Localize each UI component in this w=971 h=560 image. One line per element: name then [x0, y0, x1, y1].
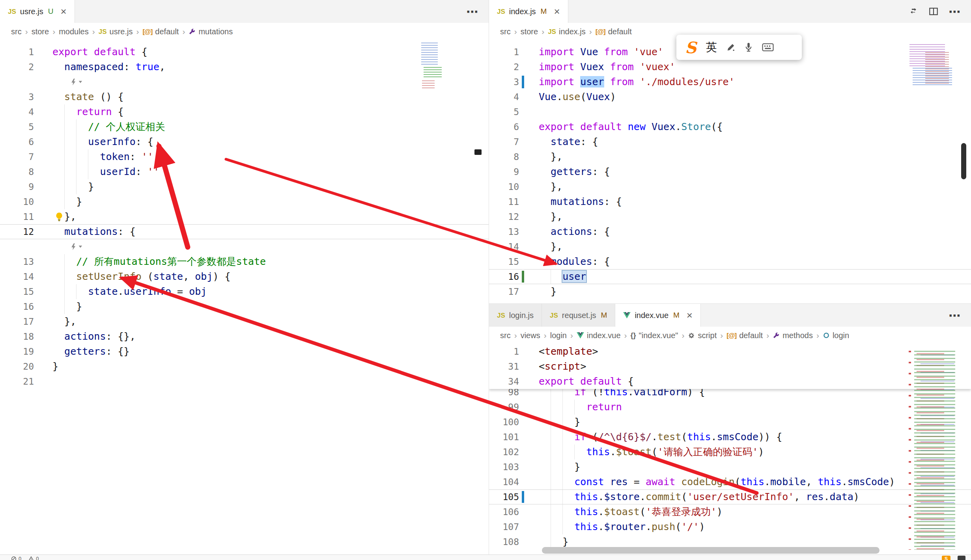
code-line[interactable]: 102 this.$toast('请输入正确的验证码')	[489, 445, 971, 460]
pen-icon[interactable]	[726, 43, 735, 52]
breadcrumb-item[interactable]: [@]default	[726, 331, 763, 340]
breadcrumb-item[interactable]: views	[521, 331, 540, 340]
close-icon[interactable]: ×	[554, 6, 560, 17]
more-actions-icon[interactable]: ⋯	[949, 9, 961, 15]
breadcrumb-item[interactable]: modules	[59, 27, 89, 36]
code-line[interactable]: 15 state.userInfo = obj	[0, 284, 489, 299]
sogou-logo-icon[interactable]: S	[685, 38, 697, 57]
sticky-scroll[interactable]: 1<template>31<script>34export default {	[489, 344, 971, 389]
scrollbar-thumb[interactable]	[961, 143, 966, 179]
minimap[interactable]	[909, 44, 957, 95]
keyboard-icon[interactable]	[762, 43, 774, 52]
code-line[interactable]: 2 namespaced: true,	[0, 60, 489, 74]
breadcrumb-item[interactable]: src	[11, 27, 22, 36]
editor-usre-js[interactable]: 1export default {2 namespaced: true,3 st…	[0, 40, 489, 554]
code-line[interactable]: 20}	[0, 359, 489, 374]
breadcrumb-item[interactable]: login	[823, 331, 849, 340]
error-count[interactable]: 0	[11, 556, 21, 560]
code-line[interactable]: 99 return	[489, 400, 971, 415]
tab-usre-js[interactable]: JSusre.jsU×	[0, 0, 75, 23]
code-line[interactable]: 3 state () {	[0, 89, 489, 104]
breadcrumb-item[interactable]: index.vue	[577, 331, 621, 340]
widget-icon[interactable]	[70, 243, 83, 251]
code-line[interactable]: 9 getters: {	[489, 164, 971, 179]
code-line[interactable]: 13 // 所有mutations第一个参数都是state	[0, 254, 489, 269]
warning-count[interactable]: 0	[28, 556, 39, 560]
editor-index-js[interactable]: 1import Vue from 'vue'2import Vuex from …	[489, 40, 971, 303]
tab-index-js[interactable]: JSindex.jsM×	[489, 0, 568, 23]
code-line[interactable]: 105 this.$store.commit('user/setUserInfo…	[489, 489, 971, 504]
code-line[interactable]: 31<script>	[489, 359, 971, 374]
lightbulb-icon[interactable]	[54, 212, 64, 221]
minimap[interactable]	[421, 43, 446, 91]
code-line[interactable]: 14 setUserInfo (state, obj) {	[0, 269, 489, 284]
code-line[interactable]: 14 },	[489, 239, 971, 254]
breadcrumb-item[interactable]: JSusre.js	[99, 27, 133, 36]
code-line[interactable]: 5 // 个人权证相关	[0, 119, 489, 134]
close-icon[interactable]: ×	[687, 310, 693, 320]
code-line[interactable]: 104 const res = await codeLogin(this.mob…	[489, 474, 971, 489]
code-line[interactable]: 101 if (/^\d{6}$/.test(this.smsCode)) {	[489, 430, 971, 445]
code-line[interactable]: 98 if (!this.validForm) {	[489, 389, 971, 400]
code-line[interactable]: 17 }	[489, 284, 971, 299]
ime-language-toggle[interactable]: 英	[706, 40, 717, 55]
code-line[interactable]: 13 actions: {	[489, 224, 971, 239]
code-line[interactable]: 17 },	[0, 314, 489, 329]
code-line[interactable]: 103 }	[489, 460, 971, 474]
code-line[interactable]: 8 userId: ''	[0, 164, 489, 179]
code-line[interactable]: 6export default new Vuex.Store({	[489, 119, 971, 134]
breadcrumb-item[interactable]: methods	[773, 331, 813, 340]
code-line[interactable]: 8 },	[489, 149, 971, 164]
more-actions-icon[interactable]: ⋯	[466, 9, 478, 15]
code-line[interactable]: 7 state: {	[489, 134, 971, 149]
horizontal-scrollbar[interactable]	[542, 547, 880, 554]
breadcrumb-item[interactable]: mutations	[189, 27, 233, 36]
split-editor-icon[interactable]	[929, 7, 938, 16]
breadcrumb-item[interactable]: JSindex.js	[548, 27, 586, 36]
more-actions-icon[interactable]: ⋯	[949, 313, 961, 318]
open-changes-icon[interactable]	[908, 7, 919, 16]
inline-widget-row[interactable]	[0, 74, 489, 89]
code-line[interactable]: 12 mutations: {	[0, 224, 489, 239]
code-line[interactable]: 4Vue.use(Vuex)	[489, 89, 971, 104]
breadcrumb-item[interactable]: src	[500, 331, 511, 340]
code-line[interactable]: 10 }	[0, 194, 489, 209]
code-line[interactable]: 16 user	[489, 269, 971, 284]
minimap[interactable]	[909, 351, 957, 550]
code-line[interactable]: 12 },	[489, 209, 971, 224]
code-line[interactable]: 11 mutations: {	[489, 194, 971, 209]
widget-icon[interactable]	[70, 78, 83, 86]
code-line[interactable]: 34export default {	[489, 374, 971, 389]
code-line[interactable]: 106 this.$toast('恭喜登录成功')	[489, 504, 971, 519]
code-line[interactable]: 100 }	[489, 415, 971, 430]
ime-status-icon[interactable]: S	[942, 556, 950, 560]
code-line[interactable]: 107 this.$router.push('/')	[489, 519, 971, 534]
tab-requset-js[interactable]: JSrequset.jsM	[542, 304, 615, 327]
code-line[interactable]: 10 },	[489, 179, 971, 194]
mic-icon[interactable]	[744, 42, 753, 53]
code-line[interactable]: 15 modules: {	[489, 254, 971, 269]
code-line[interactable]: 11 },	[0, 209, 489, 224]
tab-login-js[interactable]: JSlogin.js	[489, 304, 542, 327]
taskbar-icon[interactable]	[958, 556, 965, 560]
editor-index-vue[interactable]: 1<template>31<script>34export default { …	[489, 344, 971, 554]
code-line[interactable]: 2import Vuex from 'vuex'	[489, 60, 971, 74]
code-line[interactable]: 3import user from './modules/usre'	[489, 74, 971, 89]
code-line[interactable]: 1<template>	[489, 344, 971, 359]
code-line[interactable]: 21	[0, 374, 489, 389]
breadcrumb-item[interactable]: [@]default	[596, 27, 632, 36]
breadcrumb-item[interactable]: src	[500, 27, 511, 36]
code-line[interactable]: 7 token: '',	[0, 149, 489, 164]
close-icon[interactable]: ×	[60, 6, 66, 17]
code-line[interactable]: 4 return {	[0, 104, 489, 119]
breadcrumb-item[interactable]: store	[521, 27, 538, 36]
breadcrumb-item[interactable]: {}"index.vue"	[631, 331, 678, 340]
breadcrumb-item[interactable]: script	[688, 331, 717, 340]
breadcrumb-item[interactable]: store	[32, 27, 49, 36]
code-line[interactable]: 6 userInfo: {	[0, 134, 489, 149]
code-line[interactable]: 18 actions: {},	[0, 329, 489, 344]
code-line[interactable]: 1export default {	[0, 45, 489, 60]
code-line[interactable]: 9 }	[0, 179, 489, 194]
code-line[interactable]: 16 }	[0, 299, 489, 314]
tab-index-vue[interactable]: index.vueM×	[615, 304, 701, 327]
